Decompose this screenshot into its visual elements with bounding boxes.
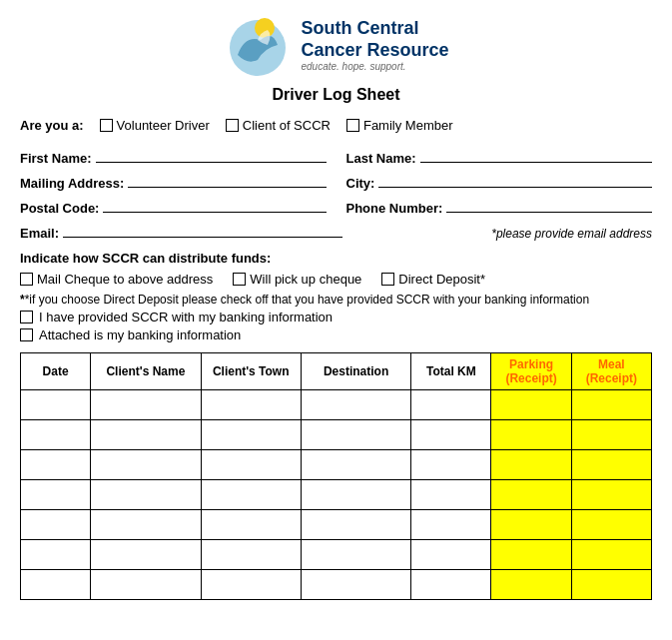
checkbox-pickup-cheque-box[interactable] [233,273,246,286]
table-cell[interactable] [301,570,410,600]
checkbox-mail-cheque-label: Mail Cheque to above address [37,272,213,287]
table-cell[interactable] [301,450,410,480]
table-cell[interactable] [411,390,491,420]
banking-option-2[interactable]: Attached is my banking information [20,327,652,342]
table-cell[interactable] [201,510,301,540]
table-cell[interactable] [491,420,571,450]
checkbox-family-box[interactable] [346,119,359,132]
checkbox-volunteer-label: Volunteer Driver [117,118,210,133]
table-cell[interactable] [491,510,571,540]
table-cell[interactable] [491,390,571,420]
table-cell[interactable] [91,540,201,570]
mailing-input[interactable] [128,172,326,188]
distribution-options: Mail Cheque to above address Will pick u… [20,272,652,287]
table-cell[interactable] [571,480,651,510]
table-cell[interactable] [411,510,491,540]
last-name-input[interactable] [420,147,652,163]
table-cell[interactable] [91,390,201,420]
table-cell[interactable] [411,450,491,480]
table-cell[interactable] [301,390,410,420]
table-cell[interactable] [201,390,301,420]
logo-title-line1: South Central Cancer Resource [301,18,448,61]
email-input[interactable] [63,222,342,238]
checkbox-client[interactable]: Client of SCCR [226,118,331,133]
table-cell[interactable] [411,480,491,510]
checkbox-banking-1-box[interactable] [20,311,33,323]
table-cell[interactable] [571,390,651,420]
col-date: Date [21,353,91,390]
table-cell[interactable] [411,540,491,570]
table-cell[interactable] [301,510,410,540]
table-row [21,480,652,510]
table-cell[interactable] [301,420,410,450]
table-cell[interactable] [201,480,301,510]
checkbox-direct-deposit[interactable]: Direct Deposit* [381,272,485,287]
col-parking: Parking(Receipt) [491,353,571,390]
checkbox-client-label: Client of SCCR [243,118,331,133]
indicate-title: Indicate how SCCR can distribute funds: [20,251,652,266]
checkbox-volunteer[interactable]: Volunteer Driver [100,118,210,133]
table-cell[interactable] [301,540,410,570]
table-cell[interactable] [301,480,410,510]
checkbox-mail-cheque-box[interactable] [20,273,33,286]
table-cell[interactable] [491,480,571,510]
checkbox-family[interactable]: Family Member [346,118,453,133]
table-cell[interactable] [491,540,571,570]
table-cell[interactable] [571,420,651,450]
table-cell[interactable] [491,450,571,480]
col-meal: Meal(Receipt) [571,353,651,390]
table-cell[interactable] [571,540,651,570]
city-input[interactable] [378,172,652,188]
col-total-km: Total KM [411,353,491,390]
checkbox-banking-2-box[interactable] [20,328,33,341]
table-cell[interactable] [21,420,91,450]
table-cell[interactable] [21,510,91,540]
table-header-row: Date Client's Name Client's Town Destina… [21,353,652,390]
table-cell[interactable] [21,480,91,510]
table-cell[interactable] [21,390,91,420]
log-table: Date Client's Name Client's Town Destina… [20,352,652,600]
table-row [21,390,652,420]
table-row [21,570,652,600]
table-cell[interactable] [201,570,301,600]
checkbox-volunteer-box[interactable] [100,119,113,132]
are-you-section: Are you a: Volunteer Driver Client of SC… [20,118,652,133]
table-cell[interactable] [91,450,201,480]
col-clients-name: Client's Name [91,353,201,390]
table-cell[interactable] [571,570,651,600]
phone-input[interactable] [446,197,652,213]
table-cell[interactable] [201,540,301,570]
mailing-label: Mailing Address: [20,176,124,191]
indicate-section: Indicate how SCCR can distribute funds: … [20,251,652,342]
table-cell[interactable] [411,570,491,600]
checkbox-direct-deposit-box[interactable] [381,273,394,286]
checkbox-pickup-cheque[interactable]: Will pick up cheque [233,272,361,287]
table-cell[interactable] [21,450,91,480]
table-cell[interactable] [201,450,301,480]
banking-option-1[interactable]: I have provided SCCR with my banking inf… [20,310,652,324]
table-cell[interactable] [411,420,491,450]
col-destination: Destination [301,353,410,390]
table-cell[interactable] [91,570,201,600]
logo-icon [223,10,293,80]
table-cell[interactable] [21,540,91,570]
checkbox-mail-cheque[interactable]: Mail Cheque to above address [20,272,213,287]
email-note: *please provide email address [491,227,652,241]
table-cell[interactable] [571,450,651,480]
direct-deposit-note: **if you choose Direct Deposit please ch… [20,293,652,307]
table-cell[interactable] [91,510,201,540]
first-name-input[interactable] [96,147,327,163]
table-cell[interactable] [91,420,201,450]
table-cell[interactable] [201,420,301,450]
table-cell[interactable] [91,480,201,510]
postal-input[interactable] [103,197,326,213]
checkbox-direct-deposit-label: Direct Deposit* [398,272,485,287]
table-cell[interactable] [571,510,651,540]
checkbox-client-box[interactable] [226,119,239,132]
banking-option-2-label: Attached is my banking information [39,327,241,342]
postal-label: Postal Code: [20,201,99,216]
table-cell[interactable] [491,570,571,600]
checkbox-pickup-cheque-label: Will pick up cheque [250,272,361,287]
table-cell[interactable] [21,570,91,600]
logo-subtitle: educate. hope. support. [301,61,448,72]
